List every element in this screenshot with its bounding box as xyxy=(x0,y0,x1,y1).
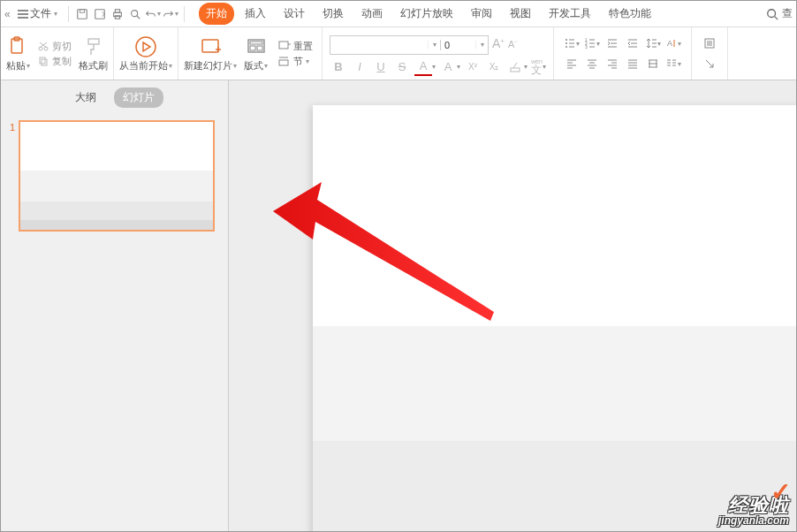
align-right-button[interactable] xyxy=(603,55,621,72)
text-direction-button[interactable]: A▾ xyxy=(664,34,682,52)
distribute-button[interactable] xyxy=(644,55,662,72)
columns-button[interactable]: ▾ xyxy=(664,55,682,72)
side-panel: 大纲 幻灯片 1 xyxy=(1,80,229,531)
search-button[interactable]: 查 xyxy=(766,6,793,21)
decrease-indent-button[interactable] xyxy=(603,34,621,52)
slides-tab[interactable]: 幻灯片 xyxy=(114,87,163,108)
svg-point-26 xyxy=(565,46,567,48)
svg-rect-14 xyxy=(88,39,99,44)
align-center-button[interactable] xyxy=(583,55,601,72)
svg-point-7 xyxy=(768,9,776,17)
panel-tabs: 大纲 幻灯片 xyxy=(1,80,228,115)
tab-transition[interactable]: 切换 xyxy=(315,3,351,25)
align-justify-button[interactable] xyxy=(624,55,641,72)
reset-icon xyxy=(278,40,291,52)
watermark-url: jingyanla.com xyxy=(718,515,789,526)
increase-font-button[interactable]: A+ xyxy=(492,36,505,50)
reset-button[interactable]: 重置 xyxy=(278,40,313,53)
section-icon xyxy=(278,55,291,67)
ribbon-tabs: 开始 插入 设计 切换 动画 幻灯片放映 审阅 视图 开发工具 特色功能 xyxy=(199,3,658,25)
tab-devtools[interactable]: 开发工具 xyxy=(542,3,598,25)
slide-number: 1 xyxy=(10,122,15,232)
tab-start[interactable]: 开始 xyxy=(199,3,234,25)
paste-icon[interactable] xyxy=(9,34,28,59)
format-painter-icon[interactable] xyxy=(85,34,102,59)
fontcolor-button[interactable]: A▾ xyxy=(414,58,436,76)
subscript-button[interactable]: X₂ xyxy=(485,58,503,76)
layout-button[interactable]: 版式▾ xyxy=(244,59,268,72)
format-painter-button[interactable]: 格式刷 xyxy=(79,59,108,72)
file-menu[interactable]: 文件 ▾ xyxy=(12,6,63,21)
group-paragraph: ▾ 123▾ ▾ A▾ ▾ xyxy=(554,27,692,80)
tab-view[interactable]: 视图 xyxy=(503,3,538,25)
file-menu-label: 文件 xyxy=(30,6,51,21)
slide-thumbnail-row: 1 xyxy=(1,115,228,237)
section-button[interactable]: 节▾ xyxy=(278,55,313,68)
group-clipboard: 粘贴▾ 剪切 复制 格式刷 xyxy=(1,27,114,80)
align-text-button[interactable] xyxy=(701,34,718,52)
save-icon[interactable] xyxy=(74,6,90,22)
slide-canvas[interactable] xyxy=(229,80,796,531)
increase-indent-button[interactable] xyxy=(624,34,641,52)
print-icon[interactable] xyxy=(110,6,125,22)
slide-thumbnail-1[interactable] xyxy=(19,120,215,232)
svg-point-6 xyxy=(131,10,137,16)
group-font: ▾ 0 ▾ A+ A- B I U S A▾ A▾ X² X₂ ▾ wén文▾ xyxy=(323,27,554,80)
svg-text:3: 3 xyxy=(585,44,588,49)
strike-button[interactable]: S xyxy=(393,58,411,76)
check-icon: ✓ xyxy=(770,480,791,505)
collapse-icon[interactable]: « xyxy=(4,8,11,20)
italic-button[interactable]: I xyxy=(351,58,368,76)
dropdown-icon: ▾ xyxy=(428,41,440,49)
outline-tab[interactable]: 大纲 xyxy=(66,87,105,108)
group-slideshow: 从当前开始▾ xyxy=(114,27,178,80)
cut-button[interactable]: 剪切 xyxy=(37,40,72,53)
highlight-button[interactable]: A▾ xyxy=(439,58,460,76)
tab-review[interactable]: 审阅 xyxy=(464,3,499,25)
tab-slideshow[interactable]: 幻灯片放映 xyxy=(393,3,460,25)
pinyin-button[interactable]: wén文▾ xyxy=(531,58,546,75)
svg-rect-0 xyxy=(77,9,87,19)
play-from-current-button[interactable]: 从当前开始▾ xyxy=(119,59,172,72)
decrease-font-button[interactable]: A- xyxy=(508,37,517,49)
search-label: 查 xyxy=(782,6,793,21)
underline-button[interactable]: U xyxy=(372,58,390,76)
tab-insert[interactable]: 插入 xyxy=(238,3,273,25)
undo-icon[interactable]: ▾ xyxy=(145,6,161,22)
align-left-button[interactable] xyxy=(563,55,581,72)
bold-button[interactable]: B xyxy=(330,58,347,76)
superscript-button[interactable]: X² xyxy=(464,58,482,76)
tab-design[interactable]: 设计 xyxy=(277,3,312,25)
svg-rect-4 xyxy=(115,9,119,12)
new-slide-button[interactable]: 新建幻灯片▾ xyxy=(184,59,237,72)
paste-button[interactable]: 粘贴▾ xyxy=(6,59,30,72)
line-spacing-button[interactable]: ▾ xyxy=(644,34,662,52)
redo-icon[interactable]: ▾ xyxy=(163,6,178,22)
group-more xyxy=(692,27,728,80)
svg-rect-2 xyxy=(95,9,104,19)
svg-rect-16 xyxy=(202,40,218,52)
tab-features[interactable]: 特色功能 xyxy=(602,3,658,25)
font-selector[interactable]: ▾ 0 ▾ xyxy=(330,35,489,55)
clear-format-button[interactable]: ▾ xyxy=(506,58,528,76)
group-slides: 新建幻灯片▾ 版式▾ 重置 节▾ xyxy=(178,27,323,80)
svg-point-25 xyxy=(565,42,567,44)
saveas-icon[interactable] xyxy=(92,6,108,22)
numbering-button[interactable]: 123▾ xyxy=(583,34,601,52)
more-button[interactable] xyxy=(701,55,718,72)
layout-icon[interactable] xyxy=(247,34,266,59)
printpreview-icon[interactable] xyxy=(127,6,143,22)
bullets-button[interactable]: ▾ xyxy=(563,34,581,52)
svg-rect-13 xyxy=(42,59,47,65)
tab-animation[interactable]: 动画 xyxy=(354,3,390,25)
slide-page[interactable] xyxy=(313,105,796,531)
scissors-icon xyxy=(37,40,49,52)
svg-rect-23 xyxy=(511,68,520,72)
new-slide-icon[interactable] xyxy=(200,34,221,59)
separator xyxy=(68,6,69,22)
play-from-current-icon[interactable] xyxy=(134,34,157,59)
client-area: 大纲 幻灯片 1 xyxy=(1,80,796,531)
font-size-input[interactable]: 0 xyxy=(440,40,475,50)
menubar: « 文件 ▾ ▾ ▾ 开始 插入 设计 切换 动画 幻灯片放映 审阅 视图 开发… xyxy=(1,1,796,27)
copy-button[interactable]: 复制 xyxy=(37,55,72,68)
